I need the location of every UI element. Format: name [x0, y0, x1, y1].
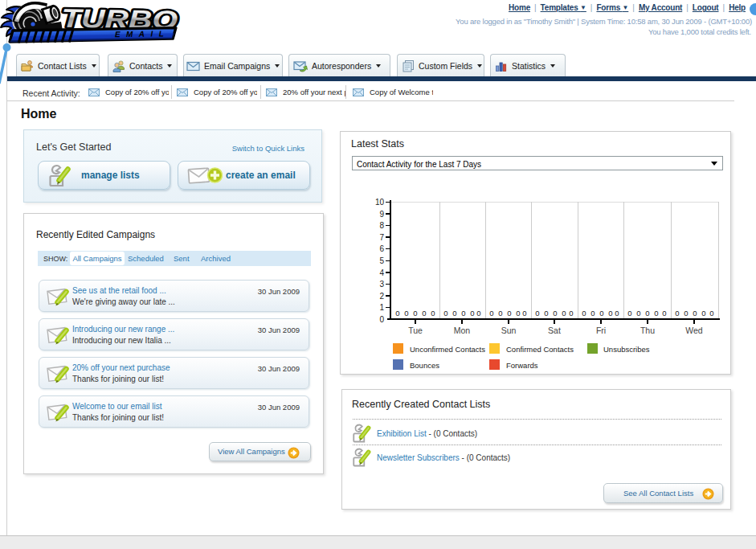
svg-text:0: 0 [452, 309, 456, 318]
svg-text:Wed: Wed [685, 326, 703, 335]
svg-text:0: 0 [569, 309, 573, 318]
svg-text:0: 0 [709, 309, 713, 318]
svg-text:0: 0 [379, 315, 384, 324]
svg-text:Tue: Tue [408, 326, 423, 335]
svg-text:3: 3 [379, 280, 384, 289]
svg-text:0: 0 [404, 309, 408, 318]
svg-text:0: 0 [562, 309, 566, 318]
svg-text:0: 0 [553, 309, 557, 318]
svg-text:0: 0 [507, 309, 511, 318]
svg-text:Sat: Sat [548, 326, 561, 335]
svg-text:0: 0 [535, 309, 539, 318]
svg-text:Forwards: Forwards [506, 361, 538, 370]
svg-text:0: 0 [684, 309, 688, 318]
svg-text:Fri: Fri [596, 326, 606, 335]
svg-text:1: 1 [379, 303, 384, 312]
svg-text:0: 0 [470, 309, 474, 318]
svg-text:0: 0 [422, 309, 426, 318]
svg-text:Unsubscribes: Unsubscribes [603, 345, 650, 354]
svg-text:Sun: Sun [501, 326, 517, 335]
svg-text:8: 8 [379, 221, 384, 230]
svg-text:9: 9 [379, 210, 384, 219]
svg-text:0: 0 [675, 309, 679, 318]
svg-text:0: 0 [654, 309, 658, 318]
svg-text:0: 0 [516, 309, 520, 318]
svg-text:0: 0 [413, 309, 417, 318]
svg-text:2: 2 [379, 292, 384, 301]
svg-text:0: 0 [431, 309, 435, 318]
svg-text:0: 0 [544, 309, 548, 318]
svg-text:Unconfirmed Contacts: Unconfirmed Contacts [410, 345, 485, 354]
svg-text:Mon: Mon [454, 326, 471, 335]
svg-text:0: 0 [645, 309, 649, 318]
svg-text:4: 4 [379, 268, 384, 277]
svg-text:0: 0 [608, 309, 612, 318]
svg-text:5: 5 [379, 256, 384, 265]
svg-text:0: 0 [662, 309, 666, 318]
svg-text:Confirmed Contacts: Confirmed Contacts [506, 345, 574, 354]
svg-text:10: 10 [375, 198, 385, 207]
svg-text:7: 7 [379, 233, 384, 242]
svg-text:Thu: Thu [640, 326, 655, 335]
svg-text:0: 0 [476, 309, 480, 318]
svg-text:0: 0 [636, 309, 640, 318]
svg-text:0: 0 [693, 309, 697, 318]
svg-text:6: 6 [379, 244, 384, 253]
svg-text:0: 0 [498, 309, 502, 318]
svg-text:0: 0 [461, 309, 465, 318]
svg-text:0: 0 [489, 309, 493, 318]
svg-text:0: 0 [590, 309, 595, 318]
svg-text:0: 0 [582, 309, 586, 318]
svg-text:0: 0 [701, 309, 705, 318]
svg-text:Bounces: Bounces [410, 361, 439, 370]
svg-text:0: 0 [615, 309, 619, 318]
svg-text:EMAIL: EMAIL [115, 29, 170, 39]
svg-text:0: 0 [443, 309, 447, 318]
svg-text:0: 0 [522, 309, 526, 318]
svg-text:0: 0 [627, 309, 631, 318]
svg-text:0: 0 [599, 309, 603, 318]
svg-text:0: 0 [395, 309, 399, 318]
